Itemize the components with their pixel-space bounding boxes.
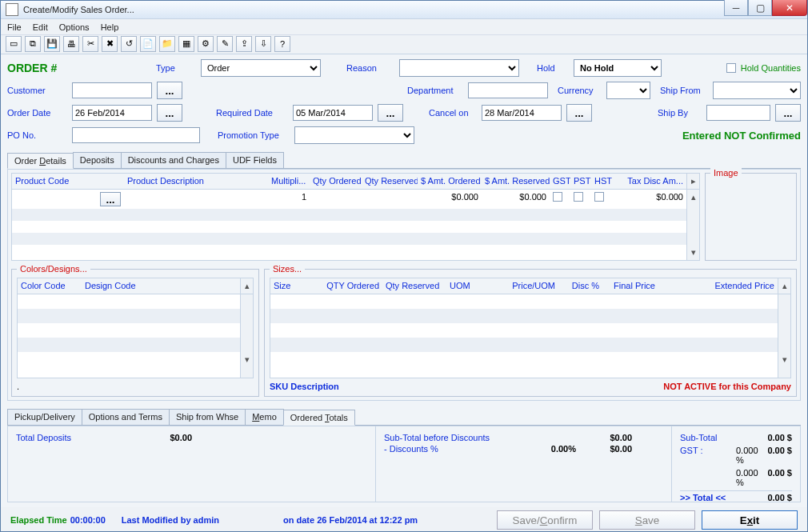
tool-import-icon[interactable]: ⇩ [255, 36, 271, 52]
product-row[interactable]: ... 1 $0.000 $0.000 $0.000 ▴ [12, 190, 699, 209]
promotion-type-select[interactable] [294, 126, 414, 144]
col-pst[interactable]: PST [570, 174, 591, 189]
col-qty-ordered2[interactable]: QTY Ordered [318, 278, 382, 294]
cancel-on-picker-button[interactable]: ... [566, 104, 592, 122]
customer-input[interactable] [72, 82, 152, 98]
col-design-code[interactable]: Design Code [82, 278, 240, 294]
po-no-input[interactable] [72, 127, 200, 143]
gst-label: GST : [680, 446, 736, 465]
col-uom[interactable]: UOM [446, 278, 494, 294]
tool-report-icon[interactable]: 📄 [140, 36, 156, 52]
titlebar[interactable]: Create/Modify Sales Order... ─ ▢ ✕ [1, 1, 807, 19]
col-size[interactable]: Size [270, 278, 318, 294]
sizes-box: Sizes... Size QTY Ordered Qty Reserved U… [264, 269, 797, 397]
colors-dash: . [17, 382, 254, 391]
col-tax-disc[interactable]: Tax Disc Am... [612, 174, 686, 189]
col-gst[interactable]: GST [550, 174, 570, 189]
cell-pst-checkbox[interactable] [574, 192, 583, 202]
tool-cut-icon[interactable]: ✂ [82, 36, 98, 52]
col-qty-ordered[interactable]: Qty Ordered [310, 174, 362, 189]
window-title: Create/Modify Sales Order... [23, 5, 134, 14]
col-product-desc[interactable]: Product Description [124, 174, 268, 189]
tool-save-icon[interactable]: 💾 [44, 36, 60, 52]
total-deposits-label: Total Deposits [16, 433, 144, 442]
tab-order-details[interactable]: Order Details [7, 153, 74, 169]
grid-v-scroll[interactable]: ▴ [686, 190, 699, 209]
required-date-picker-button[interactable]: ... [378, 104, 403, 122]
order-status: Entered NOT Confirmed [682, 130, 801, 142]
sizes-grid[interactable]: Size QTY Ordered Qty Reserved UOM Price/… [270, 278, 791, 378]
hold-quantities-label: Hold Quantities [741, 63, 801, 73]
col-disc-pct[interactable]: Disc % [558, 278, 602, 294]
tab-ordered-totals[interactable]: Ordered Totals [283, 410, 355, 426]
col-final-price[interactable]: Final Price [602, 278, 658, 294]
tool-table-icon[interactable]: ▦ [178, 36, 194, 52]
tool-export-icon[interactable]: ⇪ [236, 36, 252, 52]
minimize-button[interactable]: ─ [724, 0, 748, 16]
currency-select[interactable] [606, 82, 650, 99]
exit-button[interactable]: Exit [702, 510, 798, 530]
tool-help-icon[interactable]: ? [274, 36, 290, 52]
order-date-input[interactable] [72, 105, 152, 121]
main-window: Create/Modify Sales Order... ─ ▢ ✕ File … [0, 0, 808, 532]
gst-pct: 0.000 % [736, 446, 767, 465]
tool-memo-icon[interactable]: ✎ [217, 36, 233, 52]
hold-select[interactable]: No Hold [574, 59, 662, 77]
ship-from-label: Ship From [660, 86, 708, 95]
tool-pick-icon[interactable]: ⚙ [198, 36, 214, 52]
customer-lookup-button[interactable]: ... [157, 82, 182, 99]
menu-options[interactable]: Options [59, 22, 90, 32]
sizes-scroll[interactable]: ▴ [778, 278, 790, 294]
col-extended-price[interactable]: Extended Price [658, 278, 778, 294]
subtotal-value: 0.00 $ [740, 433, 792, 442]
tool-delete-icon[interactable]: ✖ [102, 36, 118, 52]
col-multiplier[interactable]: Multipli... [268, 174, 310, 189]
order-date-picker-button[interactable]: ... [157, 104, 182, 122]
menu-edit[interactable]: Edit [33, 22, 48, 32]
grid-h-scroll[interactable]: ▸ [686, 174, 699, 189]
hold-quantities-checkbox[interactable] [726, 63, 736, 73]
ship-by-lookup-button[interactable]: ... [775, 104, 801, 122]
col-qty-reserved2[interactable]: Qty Reserved [382, 278, 446, 294]
tab-pickup-delivery[interactable]: Pickup/Delivery [7, 409, 82, 425]
cell-hst-checkbox[interactable] [594, 192, 604, 202]
maximize-button[interactable]: ▢ [748, 0, 772, 16]
tab-discounts[interactable]: Discounts and Charges [121, 152, 226, 168]
col-amt-reserved[interactable]: $ Amt. Reserved [482, 174, 550, 189]
tab-ship-from-whse[interactable]: Ship from Whse [169, 409, 246, 425]
tool-print-icon[interactable]: 🖶 [63, 36, 79, 52]
save-button[interactable]: Save [599, 510, 695, 530]
product-grid[interactable]: Product Code Product Description Multipl… [11, 173, 700, 261]
product-lookup-button[interactable]: ... [100, 192, 121, 206]
col-hst[interactable]: HST [591, 174, 612, 189]
tab-options-terms[interactable]: Options and Terms [82, 409, 170, 425]
colors-scroll[interactable]: ▴ [240, 278, 253, 294]
required-date-input[interactable] [293, 105, 373, 121]
col-color-code[interactable]: Color Code [18, 278, 82, 294]
menu-help[interactable]: Help [101, 22, 119, 32]
tax2-amt: 0.00 $ [767, 468, 792, 487]
save-confirm-button[interactable]: Save/Confirm [497, 510, 593, 530]
col-product-code[interactable]: Product Code [12, 174, 124, 189]
col-qty-reserved[interactable]: Qty Reserved [362, 174, 418, 189]
ship-by-input[interactable] [706, 105, 770, 121]
cancel-on-input[interactable] [482, 105, 562, 121]
tool-new-icon[interactable]: ▭ [6, 36, 22, 52]
cell-tax-disc: $0.000 [612, 190, 686, 209]
tool-folder-icon[interactable]: 📁 [159, 36, 175, 52]
tool-copy-icon[interactable]: ⧉ [25, 36, 41, 52]
cell-gst-checkbox[interactable] [553, 192, 562, 202]
tab-udf[interactable]: UDF Fields [226, 152, 284, 168]
type-select[interactable]: Order [201, 59, 321, 77]
reason-select[interactable] [399, 59, 519, 77]
ship-from-select[interactable] [713, 82, 801, 99]
tab-memo[interactable]: Memo [245, 409, 284, 425]
col-price-uom[interactable]: Price/UOM [494, 278, 558, 294]
close-button[interactable]: ✕ [772, 0, 807, 16]
tool-refresh-icon[interactable]: ↺ [121, 36, 137, 52]
col-amt-ordered[interactable]: $ Amt. Ordered [418, 174, 482, 189]
colors-grid[interactable]: Color Code Design Code ▴ ▾ [17, 278, 254, 378]
menu-file[interactable]: File [7, 22, 22, 32]
department-input[interactable] [468, 82, 548, 98]
tab-deposits[interactable]: Deposits [73, 152, 122, 168]
